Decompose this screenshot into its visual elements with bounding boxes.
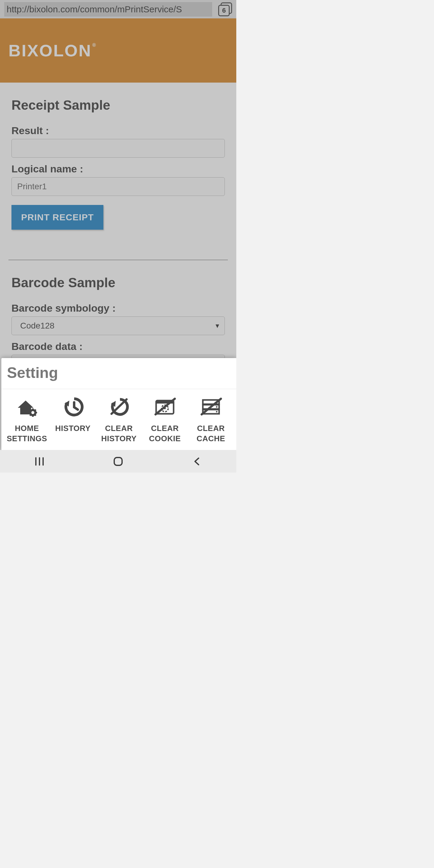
tabs-button[interactable]: 6 (218, 2, 232, 16)
logical-name-input[interactable] (11, 177, 225, 196)
brand-header: BIXOLON® (0, 19, 236, 83)
brand-logo: BIXOLON® (8, 41, 96, 60)
recents-button[interactable] (22, 457, 58, 466)
svg-point-22 (216, 406, 217, 408)
recents-icon (34, 457, 45, 466)
clear-cache-button[interactable]: CLEAR CACHE (188, 396, 234, 444)
barcode-section-title: Barcode Sample (11, 275, 225, 290)
history-icon (60, 396, 86, 418)
clear-cookie-button[interactable]: CLEAR COOKIE (142, 396, 188, 444)
clear-cache-label: CLEAR CACHE (188, 424, 234, 444)
home-button[interactable] (100, 456, 136, 467)
svg-line-8 (30, 414, 31, 415)
svg-line-9 (35, 410, 36, 411)
svg-point-1 (31, 411, 34, 414)
svg-line-24 (202, 399, 221, 414)
barcode-symbology-select[interactable]: Code128 ▼ (11, 316, 225, 335)
svg-line-7 (35, 414, 36, 415)
tabs-icon-front: 6 (218, 5, 230, 16)
clear-history-label: CLEAR HISTORY (96, 424, 142, 444)
back-button[interactable] (179, 457, 215, 466)
system-nav-bar (0, 450, 236, 472)
clear-cache-icon (198, 396, 224, 418)
barcode-data-label: Barcode data : (11, 341, 225, 352)
home-settings-button[interactable]: HOME SETTINGS (4, 396, 50, 444)
clear-history-button[interactable]: CLEAR HISTORY (96, 396, 142, 444)
brand-registered-mark: ® (92, 42, 97, 48)
svg-point-23 (216, 411, 217, 412)
result-label: Result : (11, 125, 225, 136)
back-icon (193, 457, 201, 466)
svg-rect-28 (114, 458, 122, 465)
url-bar[interactable]: http://bixolon.com/common/mPrintService/… (4, 2, 212, 17)
sheet-actions-row: HOME SETTINGS HISTORY CLEAR HISTORY (1, 389, 236, 450)
history-label: HISTORY (55, 424, 91, 434)
receipt-section-title: Receipt Sample (11, 98, 225, 113)
url-text: http://bixolon.com/common/mPrintService/… (7, 4, 182, 14)
section-divider (8, 260, 228, 260)
print-receipt-label: PRINT RECEIPT (21, 212, 94, 222)
history-button[interactable]: HISTORY (50, 396, 96, 444)
barcode-symbology-label: Barcode symbology : (11, 302, 225, 314)
print-receipt-button[interactable]: PRINT RECEIPT (11, 205, 103, 230)
home-icon (113, 456, 123, 467)
settings-bottom-sheet: Setting (1, 358, 236, 450)
page-content: Receipt Sample Result : Logical name : P… (0, 98, 236, 373)
tab-count-value: 6 (222, 7, 226, 14)
barcode-symbology-value: Code128 (20, 321, 55, 331)
chevron-down-icon: ▼ (214, 322, 220, 330)
browser-top-bar: http://bixolon.com/common/mPrintService/… (0, 0, 236, 19)
clear-history-icon (106, 396, 132, 418)
home-gear-icon (14, 396, 40, 418)
result-input[interactable] (11, 139, 225, 158)
brand-name: BIXOLON (8, 41, 92, 60)
sheet-title: Setting (1, 358, 236, 389)
clear-cookie-label: CLEAR COOKIE (142, 424, 188, 444)
svg-line-6 (30, 410, 31, 411)
logical-name-label: Logical name : (11, 163, 225, 175)
home-settings-label: HOME SETTINGS (4, 424, 50, 444)
clear-cookie-icon (152, 396, 178, 418)
